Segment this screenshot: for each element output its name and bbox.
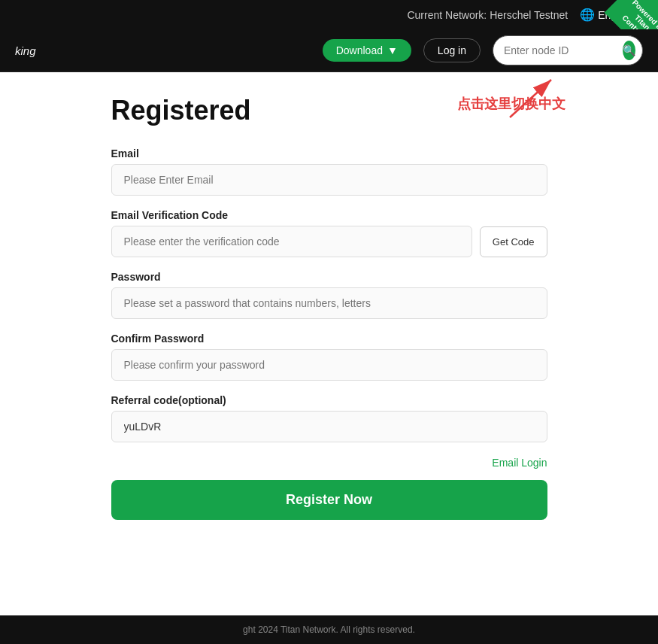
login-button[interactable]: Log in (423, 38, 481, 62)
register-button[interactable]: Register Now (111, 480, 547, 520)
download-button[interactable]: Download ▼ (323, 39, 411, 62)
referral-input[interactable] (111, 411, 547, 442)
powered-by-ribbon: Powered by Titan Container (605, 0, 658, 29)
node-search-input[interactable] (504, 44, 617, 56)
referral-label: Referral code(optional) (111, 394, 547, 406)
password-group: Password (111, 271, 547, 319)
annotation-arrow (420, 72, 570, 163)
node-search-container: 🔍 (493, 35, 643, 65)
confirm-password-label: Confirm Password (111, 333, 547, 345)
footer: ght 2024 Titan Network. All rights reser… (0, 615, 658, 644)
password-input[interactable] (111, 287, 547, 319)
email-login-link[interactable]: Email Login (492, 457, 547, 469)
copyright-text: ght 2024 Titan Network. All rights reser… (243, 624, 415, 635)
referral-group: Referral code(optional) (111, 394, 547, 442)
verification-input[interactable] (111, 226, 472, 257)
logo-text: king (15, 44, 36, 57)
email-login-link-container: Email Login (111, 456, 547, 469)
login-label: Log in (438, 44, 466, 56)
get-code-label: Get Code (493, 236, 535, 248)
password-label: Password (111, 271, 547, 283)
search-icon: 🔍 (623, 44, 635, 56)
verification-row: Get Code (111, 226, 547, 257)
confirm-password-group: Confirm Password (111, 333, 547, 381)
top-bar: Current Network: Herschel Testnet 🌐 Engl… (0, 0, 658, 29)
verification-label: Email Verification Code (111, 209, 547, 221)
search-button[interactable]: 🔍 (623, 41, 635, 60)
globe-icon: 🌐 (580, 8, 595, 22)
network-info: Current Network: Herschel Testnet (407, 9, 568, 21)
chevron-down-icon: ▼ (387, 44, 398, 56)
main-content: Registered 点击这里切换中文 Email Email Verifica… (66, 72, 593, 550)
verification-group: Email Verification Code Get Code (111, 209, 547, 257)
annotation-text: 点击这里切换中文 (457, 95, 578, 114)
email-input[interactable] (111, 164, 547, 196)
confirm-password-input[interactable] (111, 349, 547, 381)
get-code-button[interactable]: Get Code (480, 226, 547, 257)
download-label: Download (336, 44, 383, 56)
register-label: Register Now (286, 492, 372, 507)
nav-bar: king Download ▼ Log in 🔍 (0, 29, 658, 72)
